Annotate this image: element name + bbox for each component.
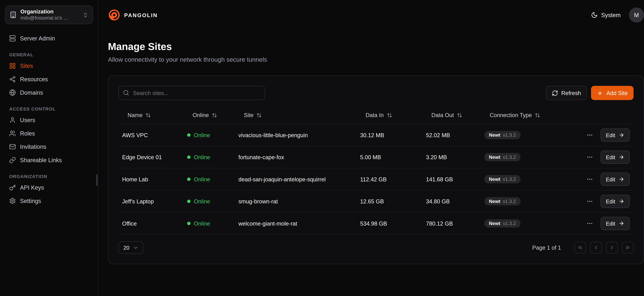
connection-type-cell: Newt v1.3.2 [484, 131, 584, 139]
site-id-cell: fortunate-cape-fox [238, 154, 360, 160]
row-menu-button[interactable] [584, 130, 595, 140]
edit-label: Edit [606, 154, 615, 160]
edit-label: Edit [606, 220, 615, 226]
ellipsis-icon [586, 154, 593, 160]
avatar-initial: M [634, 12, 639, 18]
sidebar-item-shareable-links[interactable]: Shareable Links [5, 154, 93, 167]
sidebar-item-settings[interactable]: Settings [5, 194, 93, 208]
sidebar-item-label: Domains [20, 89, 43, 96]
online-dot [187, 156, 190, 159]
status-text: Online [194, 132, 210, 138]
sidebar-item-sites[interactable]: Sites [5, 59, 93, 73]
app-root: Organization milo@fossorial.io's ... Ser… [0, 0, 644, 296]
row-menu-button[interactable] [584, 196, 595, 206]
data-in-cell: 112.42 GB [360, 176, 426, 182]
chevrons-right-icon [625, 245, 630, 250]
section-label-general: GENERAL [5, 52, 93, 57]
page-subtitle: Allow connectivity to your network throu… [108, 56, 644, 63]
next-page-button[interactable] [606, 242, 618, 254]
brand: PANGOLIN [108, 9, 158, 21]
arrow-right-icon [618, 176, 624, 182]
edit-button[interactable]: Edit [600, 217, 630, 230]
arrow-right-icon [618, 220, 624, 226]
connection-type-version: v1.3.2 [503, 199, 516, 204]
theme-switcher[interactable]: System [591, 12, 621, 18]
table-row: AWS VPC Online vivacious-little-blue-pen… [118, 124, 634, 146]
search-input[interactable] [118, 86, 265, 100]
sidebar-scrollbar[interactable] [96, 174, 98, 186]
sites-card: Refresh Add Site Name [108, 76, 644, 264]
row-menu-button[interactable] [584, 218, 595, 228]
connection-type-name: Newt [489, 199, 500, 204]
sidebar-item-label: Resources [20, 76, 48, 82]
arrow-right-icon [618, 154, 624, 160]
connection-badge: Newt v1.3.2 [484, 197, 520, 206]
connection-type-cell: Newt v1.3.2 [484, 197, 584, 206]
column-header-connection-type[interactable]: Connection Type [484, 112, 584, 118]
connection-type-cell: Newt v1.3.2 [484, 153, 584, 162]
sidebar-item-api-keys[interactable]: API Keys [5, 181, 93, 194]
row-menu-button[interactable] [584, 152, 595, 162]
connection-badge: Newt v1.3.2 [484, 153, 520, 162]
org-title: Organization [20, 8, 79, 15]
site-status-cell: Online [187, 132, 238, 138]
sidebar-item-server-admin[interactable]: Server Admin [5, 32, 93, 45]
online-dot [187, 200, 190, 203]
edit-button[interactable]: Edit [600, 195, 630, 208]
column-header-name[interactable]: Name [122, 112, 187, 118]
sidebar-item-domains[interactable]: Domains [5, 86, 93, 99]
chevron-down-icon [133, 245, 138, 250]
row-menu-button[interactable] [584, 174, 595, 184]
table-body: AWS VPC Online vivacious-little-blue-pen… [118, 124, 634, 235]
data-in-cell: 534.98 GB [360, 220, 426, 226]
sidebar-item-label: Roles [20, 130, 35, 137]
connection-type-version: v1.3.2 [503, 177, 516, 182]
data-out-cell: 141.68 GB [426, 176, 484, 182]
org-switcher[interactable]: Organization milo@fossorial.io's ... [5, 6, 93, 24]
edit-button[interactable]: Edit [600, 128, 630, 142]
first-page-button[interactable] [574, 242, 586, 254]
arrow-right-icon [618, 198, 624, 204]
data-in-cell: 30.12 MB [360, 132, 426, 138]
row-actions-cell: Edit [584, 217, 630, 230]
org-switcher-text: Organization milo@fossorial.io's ... [20, 8, 79, 21]
column-header-data-in[interactable]: Data In [360, 112, 426, 118]
row-actions-cell: Edit [584, 150, 630, 164]
users-icon [9, 130, 16, 137]
last-page-button[interactable] [622, 242, 634, 254]
edit-label: Edit [606, 176, 615, 182]
key-icon [9, 184, 16, 191]
refresh-button[interactable]: Refresh [546, 86, 587, 100]
sidebar-item-invitations[interactable]: Invitations [5, 140, 93, 154]
sidebar-item-label: Invitations [20, 143, 46, 150]
page-size-select[interactable]: 20 [118, 242, 144, 254]
org-subtitle: milo@fossorial.io's ... [20, 15, 79, 21]
status-text: Online [194, 176, 210, 182]
column-header-site[interactable]: Site [238, 112, 360, 118]
sort-icon [535, 112, 540, 118]
sidebar-item-resources[interactable]: Resources [5, 72, 93, 86]
table-header: Name Online Site Data In [118, 107, 634, 124]
page-content: Manage Sites Allow connectivity to your … [98, 30, 644, 264]
data-out-cell: 3.20 MB [426, 154, 484, 160]
prev-page-button[interactable] [590, 242, 602, 254]
sidebar-item-users[interactable]: Users [5, 113, 93, 127]
column-header-data-out[interactable]: Data Out [426, 112, 484, 118]
column-header-online[interactable]: Online [187, 112, 238, 118]
edit-button[interactable]: Edit [600, 172, 630, 186]
online-dot [187, 134, 190, 137]
edit-button[interactable]: Edit [600, 150, 630, 164]
share-icon [9, 76, 16, 82]
table-row: Jeff's Laptop Online smug-brown-rat 12.6… [118, 190, 634, 213]
chevrons-left-icon [577, 245, 583, 250]
avatar[interactable]: M [629, 8, 644, 22]
add-site-button[interactable]: Add Site [591, 86, 634, 100]
status-text: Online [194, 220, 210, 226]
main-area: PANGOLIN System M Manage Sites Allow con… [98, 0, 644, 296]
site-status-cell: Online [187, 176, 238, 182]
page-size-value: 20 [124, 244, 130, 251]
connection-type-version: v1.3.2 [503, 221, 516, 226]
add-site-label: Add Site [606, 90, 628, 96]
site-name-cell: Jeff's Laptop [122, 198, 187, 204]
sidebar-item-roles[interactable]: Roles [5, 127, 93, 140]
